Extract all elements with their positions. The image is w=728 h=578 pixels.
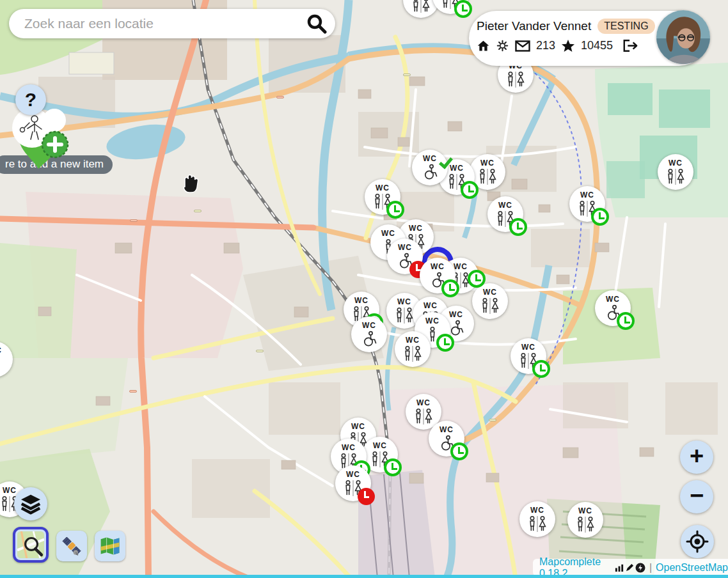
zoom-out-button[interactable]: − [680, 480, 713, 513]
star-icon[interactable] [561, 39, 575, 52]
logout-icon[interactable] [622, 39, 638, 52]
minus-icon: − [690, 483, 704, 508]
wc-marker-label: WC [521, 343, 535, 352]
wc-marker[interactable]: WC [420, 258, 455, 293]
wc-marker[interactable]: WC [519, 501, 555, 537]
toilet-pictogram-icon [411, 408, 436, 425]
map-label [256, 350, 264, 352]
wc-marker-label: WC [362, 321, 376, 330]
search-icon[interactable] [306, 13, 328, 35]
wc-marker-label: WC [0, 346, 2, 355]
plus-icon: + [690, 444, 704, 468]
map-label [129, 390, 137, 393]
wc-marker-label: WC [346, 470, 360, 479]
hand-cursor-icon [180, 171, 202, 196]
wc-marker-label: WC [578, 506, 592, 515]
status-badge-icon [532, 360, 550, 378]
status-badge-icon [591, 208, 609, 226]
map-label [194, 210, 202, 212]
pencil-icon[interactable] [625, 563, 635, 572]
toilet-pictogram-icon [408, 0, 434, 13]
map-decoration [468, 270, 486, 288]
avatar[interactable] [656, 10, 710, 64]
wc-marker-label: WC [606, 295, 620, 304]
changesets-count[interactable]: 10455 [581, 39, 613, 52]
wc-marker[interactable]: WC [351, 316, 387, 352]
user-name[interactable]: Pieter Vander Vennet [477, 19, 591, 33]
zoom-in-button[interactable]: + [680, 441, 713, 474]
statistics-icon[interactable] [615, 563, 624, 572]
satellite-icon [60, 535, 83, 558]
wc-marker-label: WC [373, 441, 387, 450]
status-badge-icon [450, 442, 468, 460]
background-option-mapstyle[interactable] [95, 531, 125, 561]
wc-marker[interactable]: WC [595, 290, 631, 326]
search-input[interactable] [23, 15, 306, 32]
toilet-pictogram-icon [663, 168, 688, 185]
wc-marker-label: WC [381, 229, 395, 238]
toilet-pictogram-icon [525, 515, 550, 533]
search-bar [9, 9, 335, 38]
status-badge-icon [461, 181, 479, 199]
wc-marker-label: WC [376, 184, 390, 192]
gear-icon[interactable] [496, 39, 509, 52]
status-badge-icon [441, 279, 459, 297]
wc-marker-label: WC [351, 422, 365, 431]
toilet-pictogram-icon [573, 516, 598, 533]
wc-marker[interactable]: WC [335, 465, 371, 501]
wc-marker[interactable]: WC [567, 502, 603, 538]
messages-count[interactable]: 213 [536, 39, 555, 52]
layers-icon [18, 491, 44, 517]
wc-marker[interactable]: WC [429, 421, 464, 457]
status-badge-icon [384, 458, 402, 476]
wc-marker-label: WC [423, 301, 438, 310]
wc-marker-label: WC [498, 201, 512, 210]
messages-envelope-icon[interactable] [515, 40, 530, 52]
toilet-pictogram-icon [503, 71, 528, 88]
wc-marker[interactable]: WC [412, 150, 448, 185]
geolocate-button[interactable] [681, 525, 714, 558]
wc-marker[interactable]: WC [395, 331, 431, 367]
background-switcher [13, 527, 125, 563]
osm-attribution-link[interactable]: OpenStreetMap [656, 562, 728, 574]
add-new-item-pin[interactable] [6, 102, 77, 173]
wc-marker[interactable]: WC [569, 186, 605, 222]
help-button[interactable]: ? [15, 84, 46, 115]
wc-marker-label: WC [454, 262, 468, 271]
home-icon[interactable] [477, 39, 490, 52]
toilet-pictogram-icon [356, 331, 382, 348]
wc-marker[interactable]: WC [472, 283, 508, 319]
viewport-bottom-strip [0, 575, 728, 578]
wc-marker[interactable]: WC [365, 179, 400, 215]
wc-marker-label: WC [431, 262, 445, 271]
status-badge-icon [438, 153, 455, 171]
layers-button[interactable] [14, 487, 47, 520]
status-badge-icon [454, 0, 472, 18]
wc-marker[interactable]: WC [387, 238, 423, 274]
community-icon[interactable] [635, 563, 645, 573]
map-label [276, 96, 284, 98]
wc-marker[interactable]: WC [510, 338, 546, 374]
status-badge-icon [358, 488, 375, 505]
background-option-satellite[interactable] [56, 531, 87, 561]
osm-map-thumbnail-icon [17, 531, 44, 558]
status-badge-icon [509, 218, 527, 236]
status-badge-icon [617, 312, 635, 330]
wc-marker[interactable]: WC [487, 196, 523, 232]
map-label [130, 219, 138, 222]
wc-marker-label: WC [3, 486, 17, 495]
background-option-map[interactable] [13, 527, 49, 563]
wc-marker-label: WC [439, 425, 454, 434]
app-window: WC WC WC WC WC [0, 0, 728, 578]
toilet-pictogram-icon [0, 355, 8, 373]
attribution-bar: Mapcomplete 0.18.2 | OpenStreetMap [533, 559, 728, 576]
wc-marker-label: WC [669, 159, 683, 168]
wc-marker-label: WC [342, 443, 356, 452]
wc-marker-label: WC [449, 310, 463, 319]
wc-marker-label: WC [425, 316, 439, 325]
wc-marker[interactable]: WC [658, 154, 693, 190]
status-badge-icon [436, 334, 454, 352]
help-label: ? [25, 89, 36, 111]
map-label [403, 74, 411, 76]
attribution-separator: | [649, 562, 652, 574]
